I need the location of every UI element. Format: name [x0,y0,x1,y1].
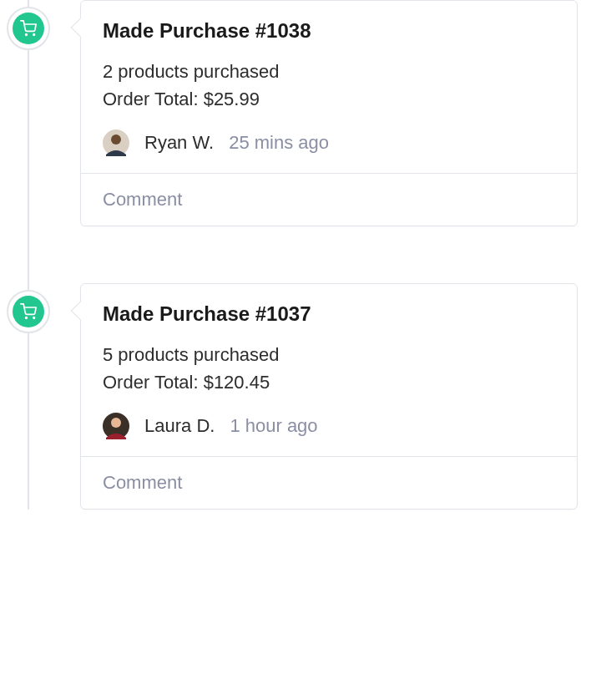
avatar [103,129,129,156]
svg-point-5 [33,317,35,319]
order-total-line: Order Total: $25.99 [103,85,555,113]
activity-card: Made Purchase #1038 2 products purchased… [80,0,578,226]
cart-icon [13,296,44,327]
svg-point-3 [111,134,121,145]
order-total-line: Order Total: $120.45 [103,368,555,396]
svg-point-4 [26,317,28,319]
timeline-icon-badge [7,7,50,50]
comment-button[interactable]: Comment [103,472,182,493]
comment-button[interactable]: Comment [103,189,182,210]
svg-point-7 [111,418,121,428]
products-line: 5 products purchased [103,341,555,368]
svg-point-1 [33,34,35,36]
timestamp: 25 mins ago [229,132,329,154]
activity-title: Made Purchase #1038 [103,19,555,43]
activity-title: Made Purchase #1037 [103,302,555,326]
svg-point-0 [26,34,28,36]
timestamp: 1 hour ago [230,415,317,437]
avatar [103,413,129,439]
author-name: Ryan W. [144,132,214,154]
activity-card: Made Purchase #1037 5 products purchased… [80,283,578,510]
timeline-item: Made Purchase #1037 5 products purchased… [7,283,591,510]
timeline-icon-badge [7,290,50,333]
products-line: 2 products purchased [103,58,555,85]
timeline-item: Made Purchase #1038 2 products purchased… [7,0,591,226]
author-name: Laura D. [144,415,215,437]
cart-icon [13,13,44,44]
